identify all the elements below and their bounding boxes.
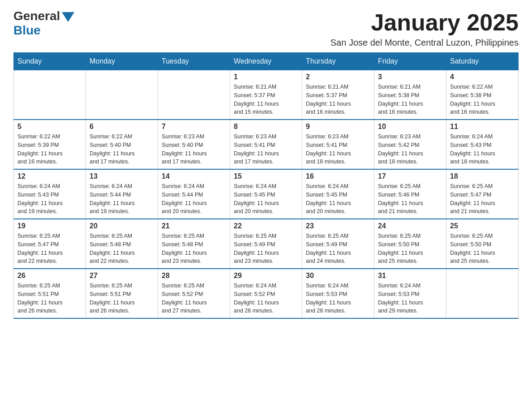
day-number: 28 (162, 272, 226, 280)
day-number: 4 (450, 73, 515, 81)
day-info: Sunrise: 6:25 AMSunset: 5:47 PMDaylight:… (450, 182, 515, 216)
day-number: 6 (90, 123, 154, 131)
day-info: Sunrise: 6:24 AMSunset: 5:45 PMDaylight:… (306, 182, 370, 216)
calendar-header-row: SundayMondayTuesdayWednesdayThursdayFrid… (14, 53, 519, 70)
calendar-cell: 4Sunrise: 6:22 AMSunset: 5:38 PMDaylight… (446, 70, 519, 120)
day-info: Sunrise: 6:25 AMSunset: 5:51 PMDaylight:… (90, 282, 154, 315)
calendar-cell: 22Sunrise: 6:25 AMSunset: 5:49 PMDayligh… (230, 219, 302, 269)
calendar-cell: 30Sunrise: 6:24 AMSunset: 5:53 PMDayligh… (302, 269, 374, 318)
calendar-cell: 7Sunrise: 6:23 AMSunset: 5:40 PMDaylight… (158, 120, 230, 169)
day-number: 2 (306, 73, 370, 81)
day-info: Sunrise: 6:24 AMSunset: 5:45 PMDaylight:… (234, 182, 298, 216)
calendar-week-row-4: 19Sunrise: 6:25 AMSunset: 5:47 PMDayligh… (14, 219, 519, 269)
calendar-header-friday: Friday (374, 53, 446, 70)
day-number: 10 (378, 123, 442, 131)
calendar-week-row-2: 5Sunrise: 6:22 AMSunset: 5:39 PMDaylight… (14, 120, 519, 169)
day-number: 19 (17, 222, 82, 230)
calendar-cell: 17Sunrise: 6:25 AMSunset: 5:46 PMDayligh… (374, 169, 446, 219)
subtitle: San Jose del Monte, Central Luzon, Phili… (330, 38, 519, 48)
main-title: January 2025 (330, 9, 519, 36)
calendar-cell: 14Sunrise: 6:24 AMSunset: 5:44 PMDayligh… (158, 169, 230, 219)
day-info: Sunrise: 6:21 AMSunset: 5:37 PMDaylight:… (306, 83, 370, 116)
calendar-cell: 18Sunrise: 6:25 AMSunset: 5:47 PMDayligh… (446, 169, 519, 219)
calendar-cell: 23Sunrise: 6:25 AMSunset: 5:49 PMDayligh… (302, 219, 374, 269)
calendar-cell: 27Sunrise: 6:25 AMSunset: 5:51 PMDayligh… (86, 269, 158, 318)
day-info: Sunrise: 6:23 AMSunset: 5:40 PMDaylight:… (162, 133, 226, 166)
calendar-week-row-5: 26Sunrise: 6:25 AMSunset: 5:51 PMDayligh… (14, 269, 519, 318)
calendar-header-tuesday: Tuesday (158, 53, 230, 70)
day-info: Sunrise: 6:21 AMSunset: 5:37 PMDaylight:… (234, 83, 298, 116)
day-info: Sunrise: 6:25 AMSunset: 5:50 PMDaylight:… (378, 232, 442, 265)
day-info: Sunrise: 6:25 AMSunset: 5:49 PMDaylight:… (306, 232, 370, 265)
day-number: 13 (90, 172, 154, 180)
calendar-cell: 2Sunrise: 6:21 AMSunset: 5:37 PMDaylight… (302, 70, 374, 120)
day-number: 30 (306, 272, 370, 280)
calendar-table: SundayMondayTuesdayWednesdayThursdayFrid… (13, 52, 519, 319)
day-number: 27 (90, 272, 154, 280)
logo-triangle-icon (62, 12, 74, 22)
calendar-header-saturday: Saturday (446, 53, 519, 70)
logo-general-text: General (13, 9, 60, 23)
day-info: Sunrise: 6:22 AMSunset: 5:38 PMDaylight:… (450, 83, 515, 116)
calendar-cell: 6Sunrise: 6:22 AMSunset: 5:40 PMDaylight… (86, 120, 158, 169)
calendar-cell: 10Sunrise: 6:23 AMSunset: 5:42 PMDayligh… (374, 120, 446, 169)
day-number: 21 (162, 222, 226, 230)
calendar-cell: 29Sunrise: 6:24 AMSunset: 5:52 PMDayligh… (230, 269, 302, 318)
day-info: Sunrise: 6:23 AMSunset: 5:41 PMDaylight:… (234, 133, 298, 166)
calendar-week-row-1: 1Sunrise: 6:21 AMSunset: 5:37 PMDaylight… (14, 70, 519, 120)
day-number: 17 (378, 172, 442, 180)
calendar-cell: 12Sunrise: 6:24 AMSunset: 5:43 PMDayligh… (14, 169, 86, 219)
day-number: 16 (306, 172, 370, 180)
calendar-cell: 24Sunrise: 6:25 AMSunset: 5:50 PMDayligh… (374, 219, 446, 269)
calendar-header-monday: Monday (86, 53, 158, 70)
calendar-header-thursday: Thursday (302, 53, 374, 70)
day-number: 20 (90, 222, 154, 230)
day-info: Sunrise: 6:22 AMSunset: 5:39 PMDaylight:… (17, 133, 82, 166)
day-info: Sunrise: 6:25 AMSunset: 5:48 PMDaylight:… (90, 232, 154, 265)
day-info: Sunrise: 6:22 AMSunset: 5:40 PMDaylight:… (90, 133, 154, 166)
calendar-cell: 31Sunrise: 6:24 AMSunset: 5:53 PMDayligh… (374, 269, 446, 318)
day-number: 11 (450, 123, 515, 131)
calendar-cell: 28Sunrise: 6:25 AMSunset: 5:52 PMDayligh… (158, 269, 230, 318)
calendar-cell (446, 269, 519, 318)
day-number: 9 (306, 123, 370, 131)
calendar-header-wednesday: Wednesday (230, 53, 302, 70)
calendar-cell: 11Sunrise: 6:24 AMSunset: 5:43 PMDayligh… (446, 120, 519, 169)
day-info: Sunrise: 6:25 AMSunset: 5:46 PMDaylight:… (378, 182, 442, 216)
day-number: 29 (234, 272, 298, 280)
day-number: 15 (234, 172, 298, 180)
logo: General Blue (13, 9, 74, 38)
day-info: Sunrise: 6:24 AMSunset: 5:52 PMDaylight:… (234, 282, 298, 315)
calendar-cell: 16Sunrise: 6:24 AMSunset: 5:45 PMDayligh… (302, 169, 374, 219)
day-number: 18 (450, 172, 515, 180)
day-info: Sunrise: 6:23 AMSunset: 5:41 PMDaylight:… (306, 133, 370, 166)
calendar-cell (14, 70, 86, 120)
day-info: Sunrise: 6:25 AMSunset: 5:50 PMDaylight:… (450, 232, 515, 265)
day-number: 31 (378, 272, 442, 280)
day-number: 26 (17, 272, 82, 280)
day-number: 3 (378, 73, 442, 81)
day-info: Sunrise: 6:25 AMSunset: 5:48 PMDaylight:… (162, 232, 226, 265)
day-number: 23 (306, 222, 370, 230)
calendar-cell: 20Sunrise: 6:25 AMSunset: 5:48 PMDayligh… (86, 219, 158, 269)
page-header: General Blue January 2025 San Jose del M… (13, 9, 519, 48)
day-number: 5 (17, 123, 82, 131)
day-info: Sunrise: 6:24 AMSunset: 5:53 PMDaylight:… (378, 282, 442, 315)
day-number: 24 (378, 222, 442, 230)
day-number: 7 (162, 123, 226, 131)
day-info: Sunrise: 6:24 AMSunset: 5:44 PMDaylight:… (90, 182, 154, 216)
calendar-cell: 25Sunrise: 6:25 AMSunset: 5:50 PMDayligh… (446, 219, 519, 269)
day-info: Sunrise: 6:24 AMSunset: 5:43 PMDaylight:… (17, 182, 82, 216)
day-info: Sunrise: 6:25 AMSunset: 5:49 PMDaylight:… (234, 232, 298, 265)
day-info: Sunrise: 6:24 AMSunset: 5:44 PMDaylight:… (162, 182, 226, 216)
calendar-cell (158, 70, 230, 120)
day-info: Sunrise: 6:25 AMSunset: 5:51 PMDaylight:… (17, 282, 82, 315)
day-info: Sunrise: 6:21 AMSunset: 5:38 PMDaylight:… (378, 83, 442, 116)
day-info: Sunrise: 6:23 AMSunset: 5:42 PMDaylight:… (378, 133, 442, 166)
day-number: 14 (162, 172, 226, 180)
calendar-cell: 15Sunrise: 6:24 AMSunset: 5:45 PMDayligh… (230, 169, 302, 219)
calendar-cell: 3Sunrise: 6:21 AMSunset: 5:38 PMDaylight… (374, 70, 446, 120)
calendar-week-row-3: 12Sunrise: 6:24 AMSunset: 5:43 PMDayligh… (14, 169, 519, 219)
calendar-cell: 9Sunrise: 6:23 AMSunset: 5:41 PMDaylight… (302, 120, 374, 169)
calendar-cell: 13Sunrise: 6:24 AMSunset: 5:44 PMDayligh… (86, 169, 158, 219)
